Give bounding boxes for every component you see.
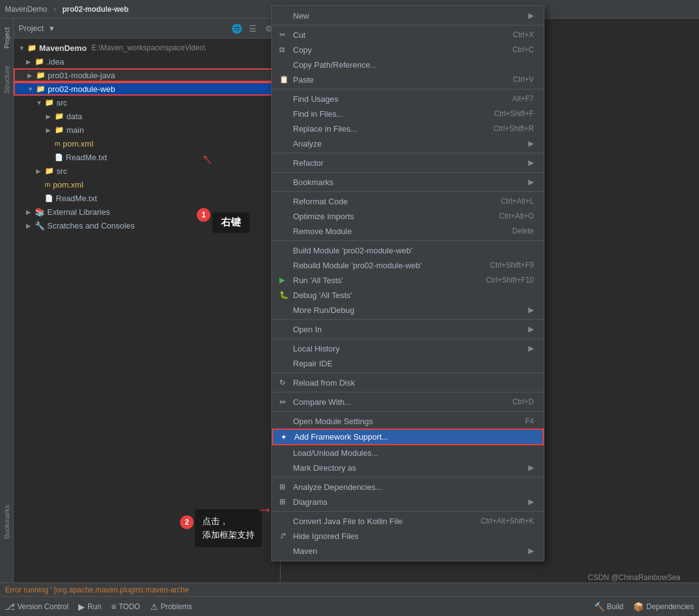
menu-item-mark-dir[interactable]: Mark Directory as ▶ (272, 460, 544, 475)
tree-item-pro01[interactable]: ▶ 📁 pro01-module-java (14, 68, 280, 82)
menu-item-add-framework[interactable]: ✦ Add Framework Support... (272, 428, 544, 445)
menu-label-hide-ignored: Hide Ignored Files (293, 532, 534, 541)
tree-item-readme1[interactable]: 📄 ReadMe.txt (14, 150, 280, 164)
menu-item-bookmarks[interactable]: Bookmarks ▶ (272, 174, 544, 189)
status-run[interactable]: ▶ Run (78, 602, 101, 612)
tree-item-src1[interactable]: ▼ 📁 src (14, 96, 280, 109)
menu-item-run-tests[interactable]: ▶ Run 'All Tests' Ctrl+Shift+F10 (272, 273, 544, 288)
menu-item-repair-ide[interactable]: Repair IDE (272, 356, 544, 371)
menu-item-refactor[interactable]: Refactor ▶ (272, 155, 544, 170)
menu-item-convert-kotlin[interactable]: Convert Java File to Kotlin File Ctrl+Al… (272, 514, 544, 528)
status-dependencies[interactable]: 📦 Dependencies (633, 602, 694, 612)
status-build[interactable]: 🔨 Build (594, 602, 624, 612)
toolbar-btn-collapse[interactable]: ☰ (246, 22, 259, 35)
status-version-control[interactable]: ⎇ Version Control (5, 602, 68, 612)
annotation-label-1: 右键 (212, 212, 250, 233)
refactor-submenu-arrow: ▶ (528, 158, 534, 167)
menu-item-find-usages[interactable]: Find Usages Alt+F7 (272, 91, 544, 106)
toolbar-btn-globe[interactable]: 🌐 (230, 22, 243, 35)
menu-item-reload[interactable]: ↻ Reload from Disk (272, 375, 544, 390)
menu-item-more-run[interactable]: More Run/Debug ▶ (272, 302, 544, 317)
menu-item-open-in[interactable]: Open In ▶ (272, 322, 544, 337)
tree-label-main: main (66, 125, 84, 135)
menu-label-compare: Compare With... (293, 397, 500, 407)
status-problems[interactable]: ⚠ Problems (150, 602, 192, 612)
arrow-pro02: ▼ (27, 86, 34, 93)
annotation-badge-1: 1 (197, 208, 210, 222)
menu-label-build-module: Build Module 'pro02-module-web' (293, 246, 534, 255)
arrow-root: ▼ (19, 45, 25, 52)
menu-label-reformat: Reformat Code (293, 197, 489, 206)
paste-shortcut: Ctrl+V (513, 75, 534, 84)
sep-10 (272, 392, 544, 392)
menu-item-debug-tests[interactable]: 🐛 Debug 'All Tests' (272, 288, 544, 302)
local-history-submenu-arrow: ▶ (528, 344, 534, 353)
menu-item-hide-ignored[interactable]: .i* Hide Ignored Files (272, 528, 544, 543)
tree-item-readme2[interactable]: 📄 ReadMe.txt (14, 191, 280, 205)
tree-item-main[interactable]: ▶ 📁 main (14, 123, 280, 137)
tree-item-data[interactable]: ▶ 📁 data (14, 109, 280, 123)
arrow-src2: ▶ (36, 168, 42, 174)
menu-item-copy-path[interactable]: Copy Path/Reference... (272, 57, 544, 72)
extlibs-icon: 📚 (35, 207, 45, 217)
version-control-icon: ⎇ (5, 602, 15, 612)
project-dropdown[interactable]: ▾ (50, 24, 54, 33)
menu-item-remove-module[interactable]: Remove Module Delete (272, 224, 544, 238)
arrow-pro01: ▶ (27, 72, 34, 79)
sidebar-item-bookmarks[interactable]: Bookmarks (0, 502, 14, 541)
menu-item-optimize[interactable]: Optimize Imports Ctrl+Alt+O (272, 209, 544, 224)
bookmarks-submenu-arrow: ▶ (528, 178, 534, 186)
menu-item-build-module[interactable]: Build Module 'pro02-module-web' (272, 243, 544, 258)
tree-item-pom2[interactable]: m pom.xml (14, 178, 280, 191)
tree-label-data: data (66, 112, 82, 121)
maven-submenu-arrow: ▶ (528, 546, 534, 555)
menu-item-reformat[interactable]: Reformat Code Ctrl+Alt+L (272, 194, 544, 209)
menu-item-new[interactable]: New ▶ (272, 8, 544, 23)
convert-kotlin-shortcut: Ctrl+Alt+Shift+K (480, 517, 534, 525)
menu-label-bookmarks: Bookmarks (293, 178, 528, 187)
menu-item-replace-files[interactable]: Replace in Files... Ctrl+Shift+R (272, 121, 544, 136)
menu-item-find-files[interactable]: Find in Files... Ctrl+Shift+F (272, 106, 544, 121)
annotation-label-2: 点击， 添加框架支持 (195, 509, 262, 547)
menu-item-analyze[interactable]: Analyze ▶ (272, 136, 544, 151)
menu-label-cut: Cut (293, 30, 500, 40)
tree-item-pro02[interactable]: ▼ 📁 pro02-module-web (14, 82, 280, 96)
menu-item-paste[interactable]: 📋 Paste Ctrl+V (272, 72, 544, 87)
error-text: Error running ' [org.apache.maven.plugin… (5, 586, 189, 594)
menu-item-load-modules[interactable]: Load/Unload Modules... (272, 445, 544, 460)
menu-item-compare[interactable]: ⇔ Compare With... Ctrl+D (272, 394, 544, 409)
folder-icon-src1: 📁 (45, 98, 54, 107)
compare-shortcut: Ctrl+D (513, 397, 534, 406)
tree-root-path: E:\Maven_workspace\spaceVideo\ (92, 43, 206, 52)
menu-item-rebuild-module[interactable]: Rebuild Module 'pro02-module-web' Ctrl+S… (272, 258, 544, 273)
replace-files-shortcut: Ctrl+Shift+R (494, 124, 534, 133)
tree-item-idea[interactable]: ▶ 📁 .idea (14, 55, 280, 68)
folder-icon-pro01: 📁 (36, 71, 45, 79)
menu-item-copy[interactable]: ⧉ Copy Ctrl+C (272, 42, 544, 57)
menu-label-diagrams: Diagrams (293, 497, 528, 507)
menu-item-maven[interactable]: Maven ▶ (272, 543, 544, 558)
menu-label-mark-dir: Mark Directory as (293, 463, 528, 473)
tree-item-pom1[interactable]: m pom.xml (14, 137, 280, 150)
status-todo[interactable]: ≡ TODO (111, 602, 140, 612)
sep-1 (272, 25, 544, 25)
xml-icon-pom1: m (55, 140, 60, 147)
build-label: Build (607, 602, 624, 611)
diagrams-icon: ⊞ (279, 497, 291, 506)
todo-label: TODO (119, 602, 140, 611)
menu-item-diagrams[interactable]: ⊞ Diagrams ▶ (272, 494, 544, 509)
menu-label-analyze-deps: Analyze Dependencies... (293, 482, 534, 492)
menu-item-local-history[interactable]: Local History ▶ (272, 341, 544, 356)
sidebar-item-structure[interactable]: Structure (2, 63, 12, 96)
tree-label-readme1: ReadMe.txt (66, 153, 107, 162)
csdn-watermark: CSDN @ChinaRainbowSea (588, 573, 680, 582)
menu-item-analyze-deps[interactable]: ⊞ Analyze Dependencies... (272, 479, 544, 494)
tree-root[interactable]: ▼ 📁 MavenDemo E:\Maven_workspace\spaceVi… (14, 41, 280, 55)
menu-item-cut[interactable]: ✂ Cut Ctrl+X (272, 27, 544, 42)
menu-item-open-settings[interactable]: Open Module Settings F4 (272, 414, 544, 428)
mark-dir-submenu-arrow: ▶ (528, 463, 534, 472)
tree-item-src2[interactable]: ▶ 📁 src (14, 164, 280, 178)
tree-root-label: MavenDemo (39, 43, 87, 53)
sidebar-item-project[interactable]: Project (2, 25, 12, 51)
sep-11 (272, 411, 544, 412)
